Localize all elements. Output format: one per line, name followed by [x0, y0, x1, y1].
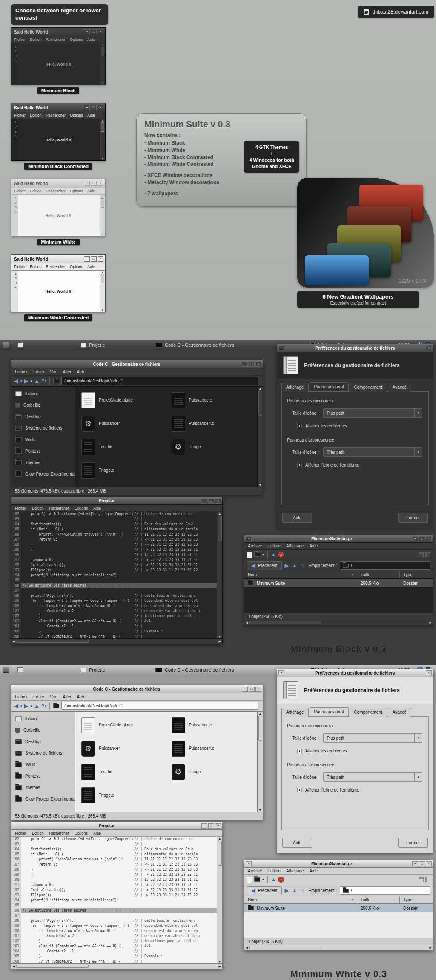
- titlebar[interactable]: Code C - Gestionnaire de fichiers − □ ×: [11, 360, 263, 368]
- scroll-up-icon[interactable]: ▲: [218, 837, 221, 840]
- maximize-button[interactable]: □: [208, 499, 214, 504]
- menu-item[interactable]: Options: [70, 113, 83, 117]
- menu-item[interactable]: Aller: [63, 695, 72, 699]
- menu-item[interactable]: Aide: [87, 189, 95, 193]
- maximize-button[interactable]: □: [91, 29, 97, 34]
- menu-item[interactable]: Edition: [32, 506, 44, 510]
- close-button[interactable]: ×: [426, 345, 432, 350]
- back-button[interactable]: ◀ Précédent: [247, 886, 282, 895]
- minimize-button[interactable]: −: [412, 536, 418, 541]
- stop-icon[interactable]: ×: [278, 552, 284, 558]
- titlebar[interactable]: Projet.c − □ ×: [11, 497, 222, 505]
- path-entry[interactable]: /home/thibaut/Desktop/Code C: [61, 702, 258, 710]
- column-type[interactable]: Type: [400, 571, 433, 578]
- menu-item[interactable]: Fichier: [15, 695, 28, 699]
- column-size[interactable]: Taille: [357, 571, 400, 578]
- scroll-left-icon[interactable]: ◀: [13, 640, 15, 643]
- scroll-down-icon[interactable]: ▼: [259, 809, 262, 812]
- menu-item[interactable]: Aide: [93, 831, 101, 835]
- tree-icon-size-combo[interactable]: Très petit ▾: [323, 772, 423, 782]
- scroll-up-icon[interactable]: ▲: [218, 512, 221, 515]
- scroll-thumb[interactable]: [16, 640, 89, 643]
- menu-item[interactable]: Rechercher: [46, 113, 66, 117]
- menu-item[interactable]: Aide: [77, 695, 86, 699]
- menu-item[interactable]: Aide: [87, 265, 95, 269]
- horizontal-scrollbar[interactable]: ◀ ▶: [244, 620, 433, 625]
- back-dropdown-icon[interactable]: ▾: [20, 379, 22, 383]
- scroll-right-icon[interactable]: ▶: [219, 965, 221, 968]
- emblems-checkbox[interactable]: [297, 424, 302, 428]
- file-item[interactable]: ⚙ Triage.c: [76, 462, 166, 479]
- menu-item[interactable]: Options: [70, 37, 83, 42]
- place-item[interactable]: Walls: [11, 759, 75, 770]
- menu-item[interactable]: Aide: [77, 370, 86, 374]
- refresh-button[interactable]: ↻: [42, 704, 46, 709]
- up-button[interactable]: ▲: [34, 703, 40, 709]
- emblem-icon-check-row[interactable]: Afficher l'icône de l'emblème: [287, 788, 423, 792]
- close-button[interactable]: ×: [426, 861, 432, 866]
- scroll-left-icon[interactable]: ◀: [246, 946, 248, 949]
- scroll-thumb[interactable]: [218, 516, 222, 541]
- file-item[interactable]: ⚙ Test.txt: [76, 439, 166, 455]
- forward-button[interactable]: ▶: [285, 888, 289, 893]
- place-item[interactable]: Système de fichiers: [11, 422, 75, 434]
- view-list-icon[interactable]: [419, 552, 424, 557]
- minimize-button[interactable]: −: [84, 105, 90, 110]
- code-area[interactable]: 182 printf( -> Selectionne [%d;%d]\n , L…: [11, 512, 217, 638]
- path-entry[interactable]: /home/thibaut/Desktop/Code C: [61, 377, 258, 385]
- menu-item[interactable]: Fichier: [14, 37, 26, 42]
- tab[interactable]: Panneau latéral: [310, 707, 349, 716]
- close-button[interactable]: ×: [426, 536, 432, 541]
- scrollbar[interactable]: ▲ ▼: [100, 119, 105, 160]
- scroll-thumb[interactable]: [101, 122, 104, 132]
- menu-item[interactable]: Rechercher: [46, 37, 66, 42]
- show-desktop-icon[interactable]: [17, 342, 23, 348]
- menu-item[interactable]: Fichier: [14, 113, 26, 117]
- menu-item[interactable]: Edition: [30, 265, 42, 269]
- scroll-left-icon[interactable]: ◀: [246, 621, 248, 624]
- close-button[interactable]: ×: [255, 362, 261, 367]
- scrollbar[interactable]: ▲ ▼: [100, 195, 105, 236]
- file-item[interactable]: ⚙ Triage: [166, 439, 257, 455]
- horizontal-scrollbar[interactable]: ◀ ▶: [244, 945, 433, 950]
- menu-item[interactable]: Fichier: [15, 831, 26, 835]
- scrollbar[interactable]: ▲ ▼: [100, 271, 105, 312]
- file-item[interactable]: ⚙ Test.txt: [76, 764, 166, 780]
- place-item[interactable]: Glow Project Experimental: [11, 468, 75, 480]
- menu-item[interactable]: Options: [75, 831, 88, 835]
- close-button[interactable]: ×: [215, 823, 221, 829]
- open-archive-icon[interactable]: [254, 553, 260, 557]
- close-button[interactable]: ×: [98, 105, 103, 110]
- minimize-button[interactable]: −: [84, 29, 90, 34]
- close-button-left[interactable]: ×: [246, 861, 252, 866]
- close-button[interactable]: ×: [98, 181, 103, 186]
- close-button[interactable]: ×: [426, 670, 432, 675]
- taskbar-task[interactable]: Projet.c: [81, 340, 105, 350]
- place-item[interactable]: Système de fichiers: [11, 747, 75, 759]
- menu-item[interactable]: Rechercher: [49, 831, 69, 835]
- menu-item[interactable]: Editer: [33, 695, 44, 699]
- vertical-scrollbar[interactable]: ▲ ▼: [217, 512, 222, 638]
- forward-button[interactable]: ▶: [24, 703, 29, 709]
- back-button[interactable]: ◀ Précédent: [247, 561, 282, 570]
- scroll-up-icon[interactable]: ▲: [101, 44, 104, 46]
- place-item[interactable]: .themes: [11, 782, 75, 793]
- scroll-up-icon[interactable]: ▲: [101, 271, 104, 273]
- close-button[interactable]: ×: [255, 687, 261, 692]
- close-button-left[interactable]: ×: [246, 536, 252, 541]
- file-item[interactable]: ⚙ Puissance4: [76, 741, 166, 757]
- scroll-down-icon[interactable]: ▼: [218, 960, 221, 963]
- scroll-thumb[interactable]: [101, 274, 104, 283]
- menu-item[interactable]: Aide: [87, 37, 95, 42]
- scroll-right-icon[interactable]: ▶: [430, 946, 432, 949]
- place-item[interactable]: Pentest: [11, 445, 75, 457]
- file-item[interactable]: ⚙ Puissance.c: [166, 717, 257, 733]
- menu-item[interactable]: Aide: [309, 544, 318, 548]
- location-entry[interactable]: /: [340, 561, 430, 570]
- horizontal-scrollbar[interactable]: ◀ ▶: [11, 963, 222, 969]
- maximize-button[interactable]: □: [91, 256, 97, 262]
- back-button[interactable]: ◀: [14, 378, 18, 384]
- applications-menu-icon[interactable]: [3, 342, 9, 348]
- maximize-button[interactable]: □: [208, 823, 214, 829]
- scroll-down-icon[interactable]: ▼: [259, 484, 262, 487]
